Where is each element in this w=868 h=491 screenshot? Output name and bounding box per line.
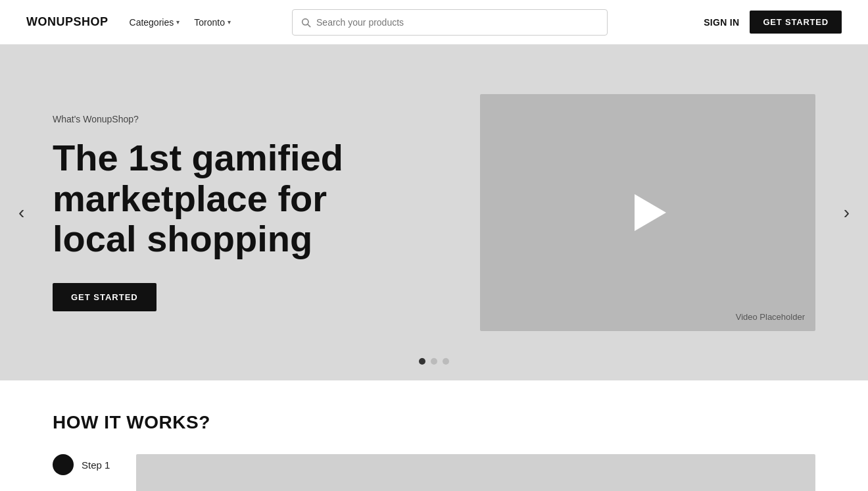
logo: WONUPSHOP bbox=[26, 15, 108, 29]
step-1-image bbox=[136, 454, 815, 491]
hero-section: ‹ What's WonupShop? The 1st gamified mar… bbox=[0, 45, 868, 380]
carousel-prev-button[interactable]: ‹ bbox=[13, 197, 30, 228]
navbar: WONUPSHOP Categories ▾ Toronto ▾ SIGN IN… bbox=[0, 0, 868, 45]
how-it-works-title: HOW IT WORKS? bbox=[53, 412, 815, 433]
carousel-dot-3[interactable] bbox=[443, 358, 449, 365]
categories-dropdown[interactable]: Categories ▾ bbox=[124, 13, 185, 32]
location-chevron-icon: ▾ bbox=[228, 18, 231, 26]
sign-in-button[interactable]: SIGN IN bbox=[704, 17, 739, 28]
categories-chevron-icon: ▾ bbox=[176, 18, 180, 26]
carousel-dots bbox=[419, 358, 449, 365]
carousel-dot-2[interactable] bbox=[431, 358, 437, 365]
step-1-row: Step 1 bbox=[53, 454, 815, 491]
video-label: Video Placeholder bbox=[736, 312, 805, 322]
step-1-left: Step 1 bbox=[53, 454, 110, 475]
video-placeholder[interactable]: Video Placeholder bbox=[480, 94, 815, 331]
search-bar bbox=[292, 9, 608, 36]
location-dropdown[interactable]: Toronto ▾ bbox=[189, 13, 236, 32]
how-it-works-section: HOW IT WORKS? Step 1 bbox=[0, 380, 868, 491]
search-input[interactable] bbox=[316, 17, 599, 28]
step-1-label: Step 1 bbox=[82, 459, 110, 471]
nav-right: SIGN IN GET STARTED bbox=[704, 11, 842, 34]
hero-cta-button[interactable]: GET STARTED bbox=[53, 283, 157, 311]
hero-left: What's WonupShop? The 1st gamified marke… bbox=[53, 114, 395, 311]
location-label: Toronto bbox=[194, 17, 225, 28]
play-icon[interactable] bbox=[635, 194, 666, 231]
nav-get-started-button[interactable]: GET STARTED bbox=[750, 11, 842, 34]
search-icon bbox=[301, 17, 311, 28]
nav-links: Categories ▾ Toronto ▾ bbox=[124, 13, 236, 32]
carousel-dot-1[interactable] bbox=[419, 358, 425, 365]
hero-title: The 1st gamified marketplace for local s… bbox=[53, 138, 395, 259]
hero-subtitle: What's WonupShop? bbox=[53, 114, 395, 124]
svg-line-1 bbox=[308, 24, 310, 27]
carousel-next-button[interactable]: › bbox=[838, 197, 855, 228]
categories-label: Categories bbox=[130, 17, 174, 28]
step-1-icon bbox=[53, 454, 74, 475]
hero-right: Video Placeholder bbox=[395, 94, 815, 331]
